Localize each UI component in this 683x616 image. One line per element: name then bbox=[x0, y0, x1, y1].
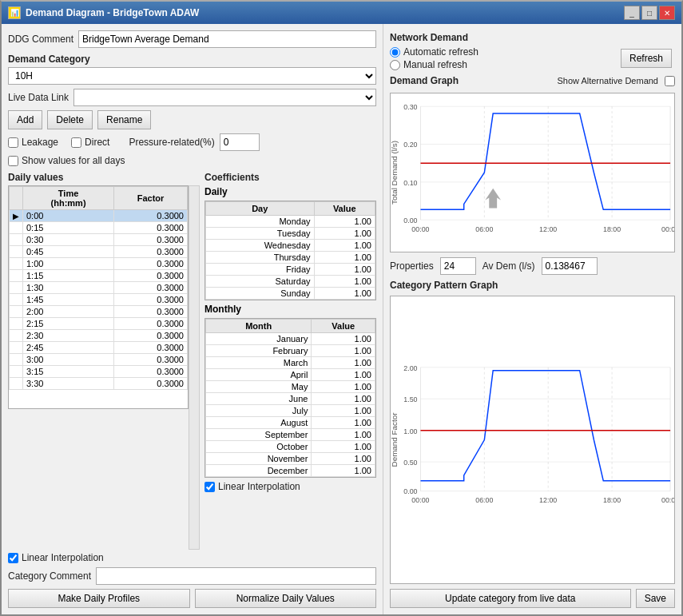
rename-button[interactable]: Rename bbox=[97, 110, 151, 129]
coeff-monthly-row[interactable]: February 1.00 bbox=[206, 345, 375, 357]
direct-checkbox[interactable] bbox=[71, 137, 81, 148]
month-value-cell: 1.00 bbox=[312, 405, 375, 417]
coeff-monthly-row[interactable]: December 1.00 bbox=[206, 465, 375, 477]
coeff-monthly-row[interactable]: April 1.00 bbox=[206, 369, 375, 381]
coeff-daily-wrap: Day Value Monday 1.00 Tuesday 1.00 Wedne… bbox=[205, 201, 376, 300]
av-dem-input[interactable] bbox=[542, 257, 598, 275]
normalize-daily-values-button[interactable]: Normalize Daily Values bbox=[195, 589, 377, 608]
coeff-monthly-row[interactable]: July 1.00 bbox=[206, 405, 375, 417]
month-value-cell: 1.00 bbox=[312, 417, 375, 429]
category-comment-input[interactable] bbox=[96, 567, 376, 585]
time-cell: 0:45 bbox=[23, 246, 114, 258]
category-comment-row: Category Comment bbox=[8, 567, 376, 585]
coeff-monthly-row[interactable]: May 1.00 bbox=[206, 381, 375, 393]
daily-table-container[interactable]: Time(hh:mm) Factor ▶ 0:00 0.3000 0:15 0.… bbox=[8, 185, 189, 409]
coeff-monthly-body: January 1.00 February 1.00 March 1.00 Ap… bbox=[206, 333, 375, 477]
properties-input[interactable] bbox=[440, 257, 476, 275]
daily-table-row[interactable]: 3:15 0.3000 bbox=[10, 366, 188, 378]
daily-table-row[interactable]: 1:30 0.3000 bbox=[10, 282, 188, 294]
linear-interp-monthly-label: Linear Interpolation bbox=[218, 481, 300, 492]
properties-row: Properties Av Dem (l/s) bbox=[390, 257, 675, 275]
svg-text:00:00: 00:00 bbox=[411, 225, 429, 233]
leakage-label: Leakage bbox=[22, 137, 58, 148]
delete-button[interactable]: Delete bbox=[47, 110, 93, 129]
network-demand-label: Network Demand bbox=[390, 32, 675, 43]
time-cell: 2:45 bbox=[23, 342, 114, 354]
month-cell: May bbox=[206, 381, 312, 393]
coeff-daily-row[interactable]: Thursday 1.00 bbox=[206, 252, 375, 264]
time-cell: 2:30 bbox=[23, 330, 114, 342]
coeff-monthly-row[interactable]: November 1.00 bbox=[206, 453, 375, 465]
close-button[interactable]: ✕ bbox=[659, 6, 675, 20]
row-arrow bbox=[10, 318, 23, 330]
daily-table-row[interactable]: 2:45 0.3000 bbox=[10, 342, 188, 354]
daily-table-row[interactable]: 3:00 0.3000 bbox=[10, 354, 188, 366]
daily-table-row[interactable]: ▶ 0:00 0.3000 bbox=[10, 210, 188, 222]
coefficients-section: Coefficients Daily Day Value bbox=[205, 170, 376, 563]
refresh-button[interactable]: Refresh bbox=[621, 49, 672, 68]
maximize-button[interactable]: □ bbox=[641, 6, 657, 20]
daily-table-row[interactable]: 1:15 0.3000 bbox=[10, 270, 188, 282]
daily-table-row[interactable]: 0:30 0.3000 bbox=[10, 234, 188, 246]
manual-refresh-radio[interactable] bbox=[390, 60, 400, 70]
minimize-button[interactable]: _ bbox=[624, 6, 640, 20]
factor-cell: 0.3000 bbox=[114, 246, 188, 258]
show-alt-demand-checkbox[interactable] bbox=[665, 76, 675, 86]
coeff-daily-row[interactable]: Sunday 1.00 bbox=[206, 288, 375, 300]
row-arrow bbox=[10, 270, 23, 282]
month-cell: August bbox=[206, 417, 312, 429]
daily-scrollbar[interactable] bbox=[189, 185, 200, 550]
demand-graph-header: Demand Graph Show Alternative Demand bbox=[390, 75, 675, 86]
coeff-daily-row[interactable]: Wednesday 1.00 bbox=[206, 240, 375, 252]
ddg-comment-label: DDG Comment bbox=[8, 34, 73, 45]
live-data-link-select[interactable] bbox=[73, 89, 376, 106]
linear-interp-monthly-checkbox[interactable] bbox=[205, 482, 215, 492]
coeff-daily-row[interactable]: Saturday 1.00 bbox=[206, 276, 375, 288]
time-cell: 3:00 bbox=[23, 354, 114, 366]
ddg-comment-input[interactable] bbox=[78, 30, 376, 48]
daily-table-row[interactable]: 2:30 0.3000 bbox=[10, 330, 188, 342]
coeff-monthly-row[interactable]: September 1.00 bbox=[206, 429, 375, 441]
svg-marker-19 bbox=[485, 189, 501, 209]
daily-table-row[interactable]: 1:00 0.3000 bbox=[10, 258, 188, 270]
factor-cell: 0.3000 bbox=[114, 294, 188, 306]
daily-table-row[interactable]: 0:45 0.3000 bbox=[10, 246, 188, 258]
make-daily-profiles-button[interactable]: Make Daily Profiles bbox=[8, 589, 190, 608]
daily-table-row[interactable]: 0:15 0.3000 bbox=[10, 222, 188, 234]
save-button[interactable]: Save bbox=[636, 589, 675, 608]
manual-refresh-row: Manual refresh bbox=[390, 59, 478, 70]
daily-table-row[interactable]: 3:30 0.3000 bbox=[10, 378, 188, 390]
daily-table-row[interactable]: 2:00 0.3000 bbox=[10, 306, 188, 318]
time-cell: 0:30 bbox=[23, 234, 114, 246]
add-button[interactable]: Add bbox=[8, 110, 42, 129]
coeff-monthly-row[interactable]: June 1.00 bbox=[206, 393, 375, 405]
update-category-button[interactable]: Update category from live data bbox=[390, 589, 631, 608]
app-icon: 📊 bbox=[8, 6, 21, 19]
options-row: Leakage Direct Pressure-related(%) bbox=[8, 133, 376, 151]
show-all-days-checkbox[interactable] bbox=[8, 156, 18, 166]
network-demand-section: Network Demand Automatic refresh Manual … bbox=[390, 30, 675, 70]
coeff-daily-row[interactable]: Tuesday 1.00 bbox=[206, 228, 375, 240]
coeff-daily-row[interactable]: Friday 1.00 bbox=[206, 264, 375, 276]
linear-interp-daily-checkbox[interactable] bbox=[8, 553, 18, 563]
demand-graph-svg: Total Demand (l/s) 0.30 0.20 0.10 0.00 bbox=[391, 93, 674, 252]
coeff-daily-row[interactable]: Monday 1.00 bbox=[206, 216, 375, 228]
month-value-col-header: Value bbox=[312, 320, 375, 333]
factor-cell: 0.3000 bbox=[114, 378, 188, 390]
demand-category-select[interactable]: 10H bbox=[8, 67, 376, 85]
factor-cell: 0.3000 bbox=[114, 342, 188, 354]
daily-table-row[interactable]: 1:45 0.3000 bbox=[10, 294, 188, 306]
time-cell: 0:00 bbox=[23, 210, 114, 222]
linear-interp-daily-row: Linear Interpolation bbox=[8, 552, 200, 563]
coeff-monthly-row[interactable]: August 1.00 bbox=[206, 417, 375, 429]
manual-refresh-label: Manual refresh bbox=[403, 59, 467, 70]
factor-cell: 0.3000 bbox=[114, 258, 188, 270]
coeff-monthly-row[interactable]: October 1.00 bbox=[206, 441, 375, 453]
pressure-input[interactable] bbox=[220, 133, 260, 151]
svg-text:0.00: 0.00 bbox=[403, 217, 417, 225]
daily-table-row[interactable]: 2:15 0.3000 bbox=[10, 318, 188, 330]
leakage-checkbox[interactable] bbox=[8, 137, 18, 148]
coeff-monthly-row[interactable]: January 1.00 bbox=[206, 333, 375, 345]
coeff-monthly-row[interactable]: March 1.00 bbox=[206, 357, 375, 369]
auto-refresh-radio[interactable] bbox=[390, 47, 400, 58]
